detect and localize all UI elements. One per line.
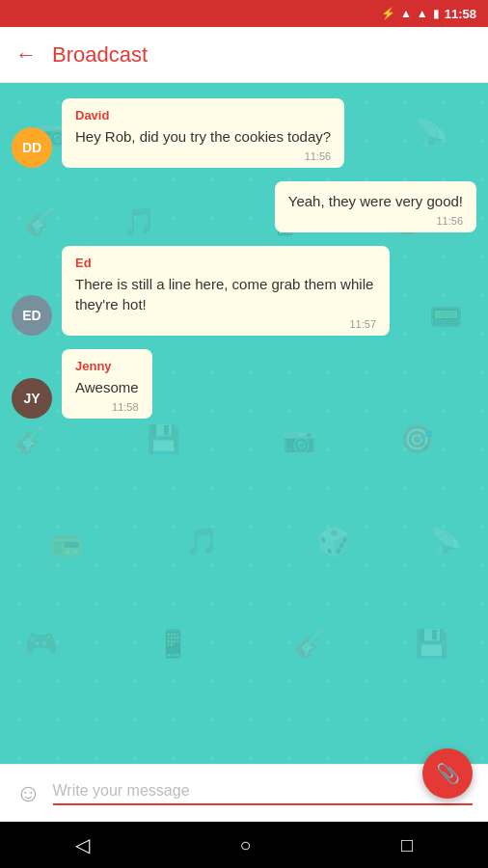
- app-bar-title: Broadcast: [52, 42, 148, 68]
- bubble-time: 11:58: [75, 401, 139, 413]
- attachment-fab[interactable]: 📎: [422, 748, 473, 799]
- status-icons: ⚡ ▲ ▲ ▮ 11:58: [381, 7, 476, 21]
- message-input[interactable]: [53, 782, 473, 805]
- nav-back-button[interactable]: ◁: [75, 833, 90, 856]
- status-time: 11:58: [445, 7, 476, 21]
- bubble-sender: Jenny: [75, 359, 139, 373]
- bubble-time: 11:56: [288, 215, 463, 227]
- bubble-time: 11:56: [75, 150, 331, 162]
- chat-area: 📷 📡 🎮 📡 🎸 🎵 📱 🎯 🎲 📺 🎲 📟 🎸 💾 📷 🎯 📻 🎵 🎲 📡 …: [0, 83, 488, 764]
- message-row: DD David Hey Rob, did you try the cookie…: [12, 98, 476, 168]
- signal-icon: ▲: [417, 7, 428, 20]
- message-row: JY Jenny Awesome 11:58: [12, 349, 476, 419]
- app-bar: ← Broadcast: [0, 27, 488, 83]
- nav-recents-button[interactable]: □: [401, 834, 413, 856]
- wifi-icon: ▲: [400, 7, 412, 20]
- message-bubble: David Hey Rob, did you try the cookies t…: [62, 98, 344, 168]
- message-bubble: Jenny Awesome 11:58: [62, 349, 152, 419]
- emoji-button[interactable]: ☺: [15, 778, 41, 808]
- bubble-sender: David: [75, 108, 331, 122]
- input-area: ☺: [0, 764, 488, 822]
- bubble-sender: Ed: [75, 256, 376, 270]
- back-button[interactable]: ←: [15, 42, 37, 68]
- nav-home-button[interactable]: ○: [239, 834, 251, 856]
- status-bar: ⚡ ▲ ▲ ▮ 11:58: [0, 0, 488, 27]
- bubble-text: Yeah, they were very good!: [288, 191, 463, 211]
- message-row: Yeah, they were very good! 11:56: [12, 181, 476, 232]
- avatar: ED: [12, 295, 52, 336]
- avatar: JY: [12, 378, 52, 419]
- message-bubble: Yeah, they were very good! 11:56: [275, 181, 476, 232]
- battery-icon: ▮: [433, 7, 440, 20]
- avatar: DD: [12, 127, 52, 168]
- bubble-text: Hey Rob, did you try the cookies today?: [75, 126, 331, 147]
- message-row: ED Ed There is still a line here, come g…: [12, 246, 476, 336]
- attachment-icon: 📎: [436, 762, 460, 785]
- bubble-text: There is still a line here, come grab th…: [75, 274, 376, 314]
- bubble-time: 11:57: [75, 318, 376, 330]
- message-bubble: Ed There is still a line here, come grab…: [62, 246, 390, 336]
- bluetooth-icon: ⚡: [381, 7, 395, 20]
- nav-bar: ◁ ○ □: [0, 822, 488, 868]
- bubble-text: Awesome: [75, 377, 139, 397]
